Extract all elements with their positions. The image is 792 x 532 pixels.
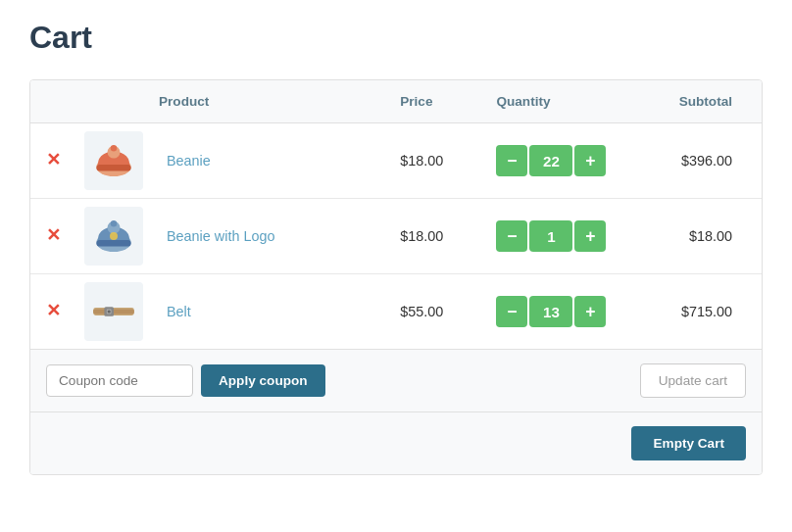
table-row: ✕ Belt $55.00 − 13 + [30,274,762,350]
qty-increase-button[interactable]: + [574,296,606,327]
svg-point-3 [111,145,117,151]
product-qty-cell: − 22 + [480,123,637,199]
product-qty-cell: − 1 + [480,199,637,274]
cart-table-wrapper: Product Price Quantity Subtotal ✕ [29,79,763,475]
svg-point-13 [108,310,111,313]
qty-value: 1 [529,220,572,252]
table-row: ✕ Beanie with Logo $18.00 − [30,199,762,274]
qty-increase-button[interactable]: + [574,220,606,252]
qty-decrease-button[interactable]: − [496,220,527,252]
col-header-product: Product [151,80,384,123]
product-image-cell [76,274,151,350]
table-header: Product Price Quantity Subtotal [30,80,762,123]
col-header-remove [30,80,76,123]
remove-button[interactable]: ✕ [46,227,61,245]
product-name-cell: Beanie with Logo [151,199,384,274]
qty-increase-button[interactable]: + [574,145,606,176]
coupon-input[interactable] [46,364,193,397]
product-name-link[interactable]: Beanie with Logo [167,228,274,244]
col-header-price: Price [384,80,480,123]
product-subtotal-cell: $396.00 [637,123,762,199]
svg-rect-5 [96,240,130,246]
qty-value: 22 [529,145,572,176]
update-cart-button[interactable]: Update cart [640,363,746,398]
product-image-cell [76,123,151,199]
remove-button[interactable]: ✕ [46,303,61,320]
page-title: Cart [29,20,763,56]
cart-table-body: ✕ Beanie $18.00 − 22 + [30,123,762,350]
remove-cell: ✕ [30,274,76,350]
qty-control: − 1 + [496,220,621,252]
qty-value: 13 [529,296,572,327]
remove-cell: ✕ [30,123,76,199]
cart-table: Product Price Quantity Subtotal ✕ [30,80,762,349]
table-row: ✕ Beanie $18.00 − 22 + [30,123,762,199]
product-image [84,131,143,190]
remove-cell: ✕ [30,199,76,274]
svg-rect-1 [96,165,130,170]
product-name-link[interactable]: Beanie [167,153,211,169]
col-header-quantity: Quantity [480,80,637,123]
qty-decrease-button[interactable]: − [496,145,527,176]
col-header-image [76,80,151,123]
col-header-subtotal: Subtotal [637,80,762,123]
product-name-cell: Beanie [151,123,384,199]
product-image-cell [76,199,151,274]
product-subtotal-cell: $18.00 [637,199,762,274]
product-price-cell: $55.00 [384,274,480,350]
svg-point-8 [110,232,118,240]
qty-decrease-button[interactable]: − [496,296,527,327]
coupon-area: Apply coupon [46,364,325,397]
qty-control: − 22 + [496,145,621,176]
qty-control: − 13 + [496,296,621,327]
empty-cart-row: Empty Cart [30,411,762,474]
product-image [84,207,143,266]
product-image [84,282,143,341]
apply-coupon-button[interactable]: Apply coupon [201,364,325,397]
product-name-link[interactable]: Belt [167,304,191,319]
product-subtotal-cell: $715.00 [637,274,762,350]
cart-footer: Apply coupon Update cart [30,349,762,411]
product-price-cell: $18.00 [384,123,480,199]
product-qty-cell: − 13 + [480,274,637,350]
svg-point-7 [111,220,117,226]
remove-button[interactable]: ✕ [46,152,61,169]
product-price-cell: $18.00 [384,199,480,274]
empty-cart-button[interactable]: Empty Cart [631,426,746,460]
product-name-cell: Belt [151,274,384,350]
